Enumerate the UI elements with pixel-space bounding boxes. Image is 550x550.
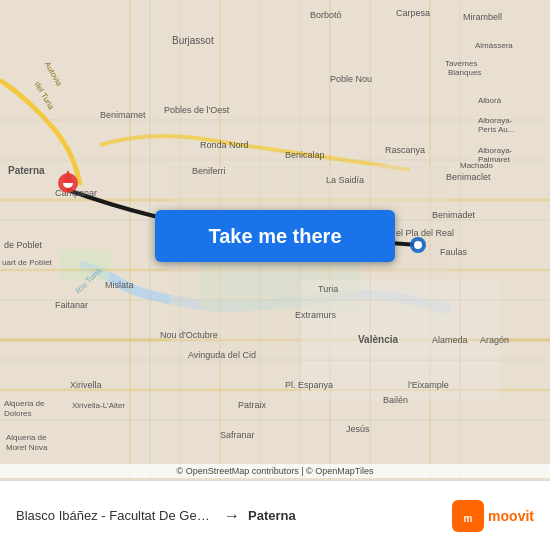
svg-text:Rascanya: Rascanya: [385, 145, 425, 155]
svg-text:Blanques: Blanques: [448, 68, 481, 77]
svg-text:Poble Nou: Poble Nou: [330, 74, 372, 84]
svg-text:Aragón: Aragón: [480, 335, 509, 345]
svg-rect-2: [60, 250, 110, 280]
svg-text:m: m: [464, 513, 473, 524]
svg-text:Pl. Espanya: Pl. Espanya: [285, 380, 333, 390]
svg-text:Benimadet: Benimadet: [432, 210, 476, 220]
svg-text:Faulas: Faulas: [440, 247, 468, 257]
svg-text:Avinguda del Cid: Avinguda del Cid: [188, 350, 256, 360]
bottom-bar: Blasco Ibáñez - Facultat De Geografia → …: [0, 480, 550, 550]
svg-text:Alboraya-: Alboraya-: [478, 116, 513, 125]
svg-text:Tavernes: Tavernes: [445, 59, 477, 68]
arrow-icon: →: [224, 507, 240, 525]
attribution-text: © OpenStreetMap contributors | © OpenMap…: [177, 466, 374, 476]
svg-text:Paterna: Paterna: [8, 165, 45, 176]
svg-text:Extramurs: Extramurs: [295, 310, 337, 320]
svg-text:Alboraya-: Alboraya-: [478, 146, 513, 155]
svg-text:Nou d'Octubre: Nou d'Octubre: [160, 330, 218, 340]
moovit-logo: m moovit: [452, 500, 534, 532]
svg-point-74: [414, 241, 422, 249]
svg-text:Mirambell: Mirambell: [463, 12, 502, 22]
svg-text:Xirivella-L'Alter: Xirivella-L'Alter: [72, 401, 125, 410]
take-me-there-button[interactable]: Take me there: [155, 210, 395, 262]
map-container: Burjassot Borbotó Carpesa Mirambell Pate…: [0, 0, 550, 480]
svg-text:València: València: [358, 334, 398, 345]
svg-text:Alqueria de: Alqueria de: [6, 433, 47, 442]
svg-text:Safranar: Safranar: [220, 430, 255, 440]
attribution-bar: © OpenStreetMap contributors | © OpenMap…: [0, 464, 550, 478]
svg-text:La Saidía: La Saidía: [326, 175, 364, 185]
svg-text:Peris Au...: Peris Au...: [478, 125, 514, 134]
moovit-logo-icon: m: [452, 500, 484, 532]
svg-text:Dolores: Dolores: [4, 409, 32, 418]
svg-text:uart de Poblet: uart de Poblet: [2, 258, 53, 267]
svg-text:Patraix: Patraix: [238, 400, 267, 410]
svg-text:Alameda: Alameda: [432, 335, 468, 345]
svg-text:Xirivella: Xirivella: [70, 380, 102, 390]
moovit-text: moovit: [488, 508, 534, 524]
origin-label: Blasco Ibáñez - Facultat De Geografia: [16, 508, 216, 523]
svg-text:l'Eixample: l'Eixample: [408, 380, 449, 390]
svg-text:Benimamet: Benimamet: [100, 110, 146, 120]
svg-text:Moret Nova: Moret Nova: [6, 443, 48, 452]
route-info: Blasco Ibáñez - Facultat De Geografia → …: [16, 507, 452, 525]
destination-label: Paterna: [248, 508, 296, 523]
svg-text:Burjassot: Burjassot: [172, 35, 214, 46]
svg-text:Alborà: Alborà: [478, 96, 502, 105]
svg-text:Bailén: Bailén: [383, 395, 408, 405]
svg-text:Benimaclet: Benimaclet: [446, 172, 491, 182]
svg-text:Ronda Nord: Ronda Nord: [200, 140, 249, 150]
svg-text:Almàssera: Almàssera: [475, 41, 513, 50]
svg-text:Carpesa: Carpesa: [396, 8, 430, 18]
svg-text:Alqueria de: Alqueria de: [4, 399, 45, 408]
svg-text:Jesús: Jesús: [346, 424, 370, 434]
svg-text:el Pla del Real: el Pla del Real: [396, 228, 454, 238]
svg-text:Beniferri: Beniferri: [192, 166, 226, 176]
svg-text:Borbotó: Borbotó: [310, 10, 342, 20]
svg-text:de Poblet: de Poblet: [4, 240, 43, 250]
svg-text:Faitanar: Faitanar: [55, 300, 88, 310]
svg-text:Mislata: Mislata: [105, 280, 134, 290]
svg-text:Turia: Turia: [318, 284, 338, 294]
svg-text:Pobles de l'Oest: Pobles de l'Oest: [164, 105, 230, 115]
svg-text:Machado: Machado: [460, 161, 493, 170]
svg-text:Benicalap: Benicalap: [285, 150, 325, 160]
